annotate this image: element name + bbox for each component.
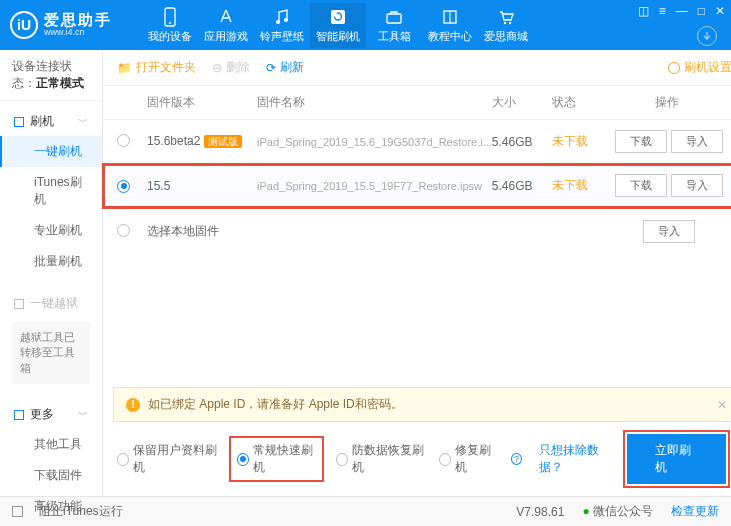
nav-ringtones[interactable]: 铃声壁纸 (254, 3, 310, 48)
warning-bar: ! 如已绑定 Apple ID，请准备好 Apple ID和密码。 ✕ (113, 387, 731, 422)
radio-unchecked[interactable] (117, 224, 130, 237)
square-icon (14, 410, 24, 420)
refresh-icon (328, 7, 348, 27)
checkbox-block-itunes[interactable] (12, 506, 23, 517)
import-button[interactable]: 导入 (643, 220, 695, 243)
svg-point-2 (276, 20, 280, 24)
chevron-down-icon: ﹀ (78, 408, 88, 422)
svg-point-8 (509, 21, 511, 23)
wechat-link[interactable]: ● 微信公众号 (582, 503, 653, 520)
svg-point-7 (504, 21, 506, 23)
mode-repair[interactable]: 修复刷机 (439, 442, 497, 476)
local-firmware-row[interactable]: 选择本地固件 导入 (103, 208, 731, 255)
flash-now-button[interactable]: 立即刷机 (627, 434, 726, 484)
titlebar: iU 爱思助手 www.i4.cn 我的设备 应用游戏 铃声壁纸 智能刷机 工具… (0, 0, 731, 50)
phone-icon (160, 7, 180, 27)
download-button[interactable]: 下载 (615, 130, 667, 153)
sidebar-item-download-fw[interactable]: 下载固件 (0, 460, 102, 491)
svg-rect-5 (387, 14, 401, 23)
connection-status: 设备连接状态：正常模式 (0, 50, 102, 101)
mode-antirecovery[interactable]: 防数据恢复刷机 (336, 442, 425, 476)
version-label: V7.98.61 (516, 505, 564, 519)
firmware-row-selected[interactable]: 15.5 iPad_Spring_2019_15.5_19F77_Restore… (103, 164, 731, 208)
download-indicator-icon[interactable] (697, 26, 717, 46)
sidebar-item-pro[interactable]: 专业刷机 (0, 215, 102, 246)
svg-point-3 (284, 18, 288, 22)
info-icon[interactable]: ? (511, 453, 522, 465)
radio-checked[interactable] (117, 180, 130, 193)
music-icon (272, 7, 292, 27)
logo-icon: iU (10, 11, 38, 39)
erase-only-link[interactable]: 只想抹除数据？ (539, 442, 613, 476)
folder-icon: 📁 (117, 61, 132, 75)
app-url: www.i4.cn (44, 28, 112, 38)
delete-icon: ⊖ (212, 61, 222, 75)
square-icon (14, 299, 24, 309)
import-button[interactable]: 导入 (671, 130, 723, 153)
check-update-link[interactable]: 检查更新 (671, 503, 719, 520)
mode-keep-data[interactable]: 保留用户资料刷机 (117, 442, 217, 476)
beta-badge: 测试版 (204, 135, 242, 148)
nav-tutorials[interactable]: 教程中心 (422, 3, 478, 48)
mode-quick-flash[interactable]: 常规快速刷机 (231, 438, 322, 480)
sidebar-item-itunes[interactable]: iTunes刷机 (0, 167, 102, 215)
svg-point-1 (169, 22, 171, 24)
open-folder-button[interactable]: 📁打开文件夹 (117, 59, 196, 76)
app-icon (216, 7, 236, 27)
nav-my-device[interactable]: 我的设备 (142, 3, 198, 48)
firmware-row[interactable]: 15.6beta2测试版 iPad_Spring_2019_15.6_19G50… (103, 120, 731, 164)
sidebar: 设备连接状态：正常模式 刷机﹀ 一键刷机 iTunes刷机 专业刷机 批量刷机 … (0, 50, 103, 496)
nav-apps[interactable]: 应用游戏 (198, 3, 254, 48)
download-button[interactable]: 下载 (615, 174, 667, 197)
gear-icon (668, 62, 680, 74)
skin-button[interactable]: ◫ (638, 4, 649, 18)
nav-flash[interactable]: 智能刷机 (310, 3, 366, 48)
chevron-down-icon: ﹀ (78, 115, 88, 129)
table-header: 固件版本 固件名称 大小 状态 操作 (103, 86, 731, 120)
svg-rect-4 (331, 10, 345, 24)
wechat-icon: ● (582, 504, 589, 518)
minimize-button[interactable]: — (676, 4, 688, 18)
import-button[interactable]: 导入 (671, 174, 723, 197)
close-button[interactable]: ✕ (715, 4, 725, 18)
sidebar-flash-header[interactable]: 刷机﹀ (0, 107, 102, 136)
refresh-icon: ⟳ (266, 61, 276, 75)
jailbreak-note: 越狱工具已转移至工具箱 (12, 322, 90, 384)
close-icon[interactable]: ✕ (717, 398, 727, 412)
warning-icon: ! (126, 398, 140, 412)
toolbar: 📁打开文件夹 ⊖删除 ⟳刷新 刷机设置 (103, 50, 731, 86)
menu-button[interactable]: ≡ (659, 4, 666, 18)
nav-toolbox[interactable]: 工具箱 (366, 3, 422, 48)
toolbox-icon (384, 7, 404, 27)
sidebar-item-othertools[interactable]: 其他工具 (0, 429, 102, 460)
flash-settings-button[interactable]: 刷机设置 (668, 59, 731, 76)
sidebar-more-header[interactable]: 更多﹀ (0, 400, 102, 429)
refresh-button[interactable]: ⟳刷新 (266, 59, 304, 76)
book-icon (440, 7, 460, 27)
nav-store[interactable]: 爱思商城 (478, 3, 534, 48)
radio-unchecked[interactable] (117, 134, 130, 147)
main-panel: 📁打开文件夹 ⊖删除 ⟳刷新 刷机设置 固件版本 固件名称 大小 状态 操作 1… (103, 50, 731, 496)
sidebar-jailbreak-header[interactable]: 一键越狱 (0, 289, 102, 318)
sidebar-item-oneclick[interactable]: 一键刷机 (0, 136, 102, 167)
sidebar-item-batch[interactable]: 批量刷机 (0, 246, 102, 277)
main-nav: 我的设备 应用游戏 铃声壁纸 智能刷机 工具箱 教程中心 爱思商城 (142, 3, 534, 48)
cart-icon (496, 7, 516, 27)
footer: 阻止iTunes运行 V7.98.61 ● 微信公众号 检查更新 (0, 496, 731, 526)
square-icon (14, 117, 24, 127)
maximize-button[interactable]: □ (698, 4, 705, 18)
app-name: 爱思助手 (44, 12, 112, 29)
flash-mode-bar: 保留用户资料刷机 常规快速刷机 防数据恢复刷机 修复刷机 ? 只想抹除数据？ 立… (103, 422, 731, 496)
logo: iU 爱思助手 www.i4.cn (10, 11, 112, 39)
window-controls: ◫ ≡ — □ ✕ (638, 4, 725, 18)
delete-button[interactable]: ⊖删除 (212, 59, 250, 76)
